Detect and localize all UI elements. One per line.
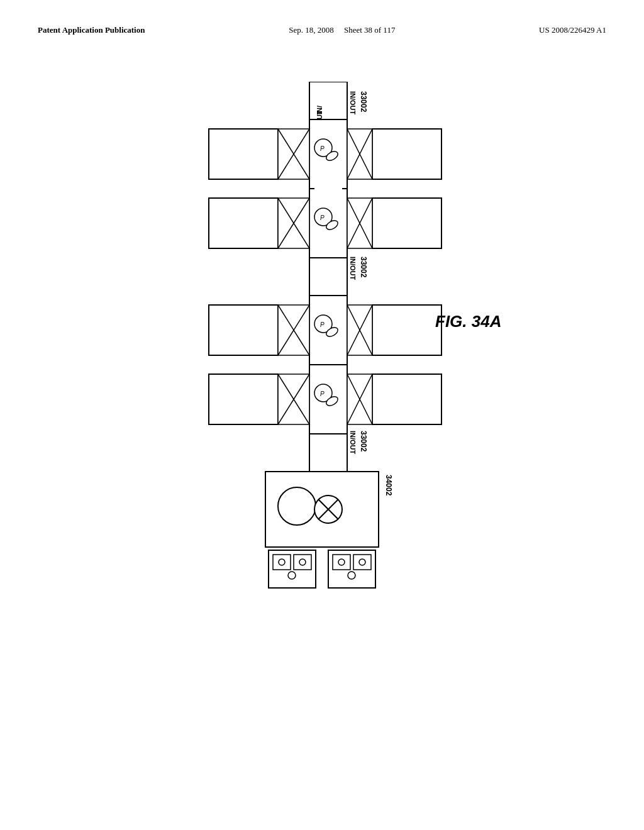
left-box-2: [209, 198, 278, 248]
in-out-bottom: IN/OUT: [349, 431, 357, 455]
in-out-top: IN/OUT: [349, 91, 357, 115]
outlet-left-top-right: [294, 555, 311, 570]
diagram-container: IN/ OUT IN/OUT 33002 P: [38, 75, 606, 792]
publication-label: Patent Application Publication: [38, 25, 145, 35]
patent-number-label: US 2008/226429 A1: [539, 25, 606, 35]
fig-label: FIG. 34A: [435, 312, 501, 331]
patent-diagram-svg: IN/ OUT IN/OUT 33002 P: [140, 82, 504, 805]
left-box-1: [209, 129, 278, 179]
p-label-2: P: [320, 214, 325, 221]
outlet-left-top-left: [273, 555, 291, 570]
right-box-4: [372, 374, 441, 424]
label-33002-mid: 33002: [359, 257, 368, 278]
right-box-1: [372, 129, 441, 179]
date-label: Sep. 18, 2008: [289, 25, 334, 35]
date-sheet-label: Sep. 18, 2008 Sheet 38 of 117: [289, 25, 395, 35]
left-box-3: [209, 305, 278, 355]
left-box-4: [209, 374, 278, 424]
outlet-right-top-right: [353, 555, 371, 570]
right-box-2: [372, 198, 441, 248]
bottom-circle: [278, 487, 316, 525]
outlet-right-top-left: [333, 555, 350, 570]
spine-gap-1: [314, 179, 342, 198]
right-box-3: [372, 305, 441, 355]
p-label-1: P: [320, 145, 325, 152]
page-header: Patent Application Publication Sep. 18, …: [38, 25, 606, 35]
p-label-3: P: [320, 321, 325, 328]
p-label-4: P: [320, 390, 325, 397]
label-33002-top: 33002: [359, 91, 368, 113]
in-out-mid: IN/OUT: [349, 257, 357, 280]
sheet-label: Sheet 38 of 117: [344, 25, 395, 35]
label-33002-bottom: 33002: [359, 431, 368, 452]
label-34002: 34002: [384, 475, 393, 496]
